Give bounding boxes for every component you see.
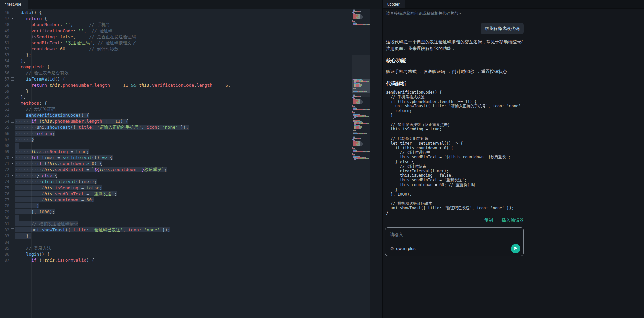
- line-number: 70: [0, 155, 9, 161]
- chat-hint: 请直接描述您的问题或粘贴相关代码片段~: [386, 11, 524, 16]
- code-line[interactable]: 69······this.isSending = true;: [0, 149, 352, 155]
- insert-to-editor-button[interactable]: 插入编辑器: [502, 217, 524, 223]
- line-number: 46: [0, 10, 9, 16]
- line-number: 85: [0, 245, 9, 251]
- code-line[interactable]: 52 countdown: 60 // 倒计时秒数: [0, 46, 352, 52]
- code-line[interactable]: 70······let timer = setInterval(() => {: [0, 155, 352, 161]
- code-line[interactable]: 67······}: [0, 137, 352, 143]
- code-line[interactable]: 72··········this.sendBtnText = `${this.c…: [0, 167, 352, 173]
- code-line[interactable]: 54 },: [0, 58, 352, 64]
- user-message: 帮我解释这段代码: [481, 23, 524, 34]
- line-number: 56: [0, 70, 9, 76]
- code-line[interactable]: 46 data() {: [0, 10, 352, 16]
- code-line[interactable]: 47 return {: [0, 16, 352, 22]
- line-number: 74: [0, 179, 9, 185]
- line-number: 62: [0, 106, 9, 112]
- chat-input[interactable]: 请输入: [390, 232, 403, 238]
- line-number: 49: [0, 28, 9, 34]
- line-number: 59: [0, 88, 9, 94]
- line-number: 81: [0, 221, 9, 227]
- code-line[interactable]: 84: [0, 239, 352, 245]
- code-line[interactable]: 48 phoneNumber: '', // 手机号: [0, 22, 352, 28]
- code-line[interactable]: 55 computed: {: [0, 64, 352, 70]
- panel-header: ucoder: [383, 0, 644, 9]
- code-line[interactable]: 66········return;: [0, 130, 352, 137]
- code-line[interactable]: 78········}: [0, 203, 352, 209]
- indent-guide: [37, 9, 37, 318]
- line-number: 71: [0, 161, 9, 167]
- line-number: 72: [0, 167, 9, 173]
- indent-guide: [31, 9, 32, 318]
- code-line[interactable]: 50 isSending: false, // 是否正在发送验证码: [0, 34, 352, 40]
- code-line[interactable]: 62 // 发送验证码: [0, 106, 352, 112]
- line-number: 52: [0, 46, 9, 52]
- line-number: 87: [0, 257, 9, 263]
- fold-marker-icon[interactable]: [11, 17, 14, 20]
- code-line[interactable]: 77··········this.countdown = 60;: [0, 197, 352, 203]
- line-number: 61: [0, 100, 9, 106]
- copy-button[interactable]: 复制: [484, 217, 493, 223]
- section-heading-core: 核心功能: [386, 57, 524, 64]
- code-line[interactable]: 51 sendBtnText: '发送验证码', // 验证码按钮文字: [0, 40, 352, 46]
- code-line[interactable]: 57 isFormValid() {: [0, 76, 352, 82]
- code-line[interactable]: 80: [0, 215, 352, 221]
- code-line[interactable]: 85 // 登录方法: [0, 245, 352, 251]
- send-icon: [514, 246, 518, 251]
- code-line[interactable]: 63 sendVerificationCode() {: [0, 112, 352, 118]
- code-line[interactable]: 58 return this.phoneNumber.length === 11…: [0, 82, 352, 88]
- code-line[interactable]: 76··········this.sendBtnText = '重新发送';: [0, 191, 352, 197]
- chat-input-container[interactable]: 请输入 ⚙ qwen-plus: [385, 227, 524, 256]
- line-number: 66: [0, 130, 9, 137]
- gear-icon: ⚙: [390, 246, 394, 251]
- indent-guide: [26, 9, 26, 318]
- code-line[interactable]: 64······if (this.phoneNumber.length !== …: [0, 118, 352, 124]
- line-number: 54: [0, 58, 9, 64]
- line-number: 55: [0, 64, 9, 70]
- line-number: 80: [0, 215, 9, 221]
- line-number: 65: [0, 124, 9, 130]
- assistant-intro: 这段代码是一个典型的发送验证码按钮的交互逻辑，常见于移动端登录/注册页面。我来逐…: [386, 39, 524, 52]
- editor-tab-test-vue[interactable]: * test.vue: [0, 0, 28, 9]
- editor-tab-bar: * test.vue: [0, 0, 382, 9]
- code-line[interactable]: 53 };: [0, 52, 352, 58]
- code-line[interactable]: 87 if (!this.isFormValid) {: [0, 257, 352, 263]
- line-number: 57: [0, 76, 9, 82]
- line-number: 48: [0, 22, 9, 28]
- fold-marker-icon[interactable]: [11, 174, 14, 177]
- line-number: 67: [0, 137, 9, 143]
- code-line[interactable]: 86 login() {: [0, 251, 352, 257]
- code-line[interactable]: 49 verificationCode: '', // 验证码: [0, 28, 352, 34]
- fold-marker-icon[interactable]: [11, 156, 14, 159]
- minimap[interactable]: [352, 9, 370, 318]
- fold-marker-icon[interactable]: [11, 77, 14, 81]
- code-line[interactable]: 71········if (this.countdown > 0) {: [0, 161, 352, 167]
- line-number: 58: [0, 82, 9, 88]
- code-line[interactable]: 79······}, 1000);: [0, 209, 352, 215]
- code-line[interactable]: 56 // 验证表单是否有效: [0, 70, 352, 76]
- send-button[interactable]: [511, 244, 520, 253]
- explained-code-block: sendVerificationCode() { // 手机号格式校验 if (…: [386, 90, 524, 215]
- editor-tab-title: * test.vue: [5, 2, 21, 7]
- fold-marker-icon[interactable]: [11, 228, 14, 231]
- panel-tab-ucoder[interactable]: ucoder: [383, 0, 405, 8]
- line-number: 47: [0, 16, 9, 22]
- fold-marker-icon[interactable]: [11, 162, 14, 165]
- code-line[interactable]: 75··········this.isSending = false;: [0, 185, 352, 191]
- line-number: 83: [0, 233, 9, 239]
- code-line[interactable]: 74··········clearInterval(timer);: [0, 179, 352, 185]
- scrollbar-track[interactable]: [370, 9, 382, 318]
- code-editor[interactable]: 46 data() {47 return {48 phoneNumber: ''…: [0, 9, 352, 318]
- code-line[interactable]: 60 },: [0, 94, 352, 100]
- line-number: 82: [0, 227, 9, 233]
- code-line[interactable]: 59 }: [0, 88, 352, 94]
- code-line[interactable]: 61 methods: {: [0, 100, 352, 106]
- model-selector[interactable]: qwen-plus: [396, 246, 416, 251]
- code-line[interactable]: 82······uni.showToast({ title: '验证码已发送',…: [0, 227, 352, 233]
- fold-marker-icon[interactable]: [11, 120, 14, 123]
- editor-pane: * test.vue 46 data() {47 return {48 phon…: [0, 0, 382, 318]
- code-line[interactable]: 81······// 模拟发送验证码请求: [0, 221, 352, 227]
- code-line[interactable]: 73········} else {: [0, 173, 352, 179]
- code-line[interactable]: 68: [0, 143, 352, 149]
- code-line[interactable]: 83····},: [0, 233, 352, 239]
- code-line[interactable]: 65········uni.showToast({ title: '请输入正确的…: [0, 124, 352, 130]
